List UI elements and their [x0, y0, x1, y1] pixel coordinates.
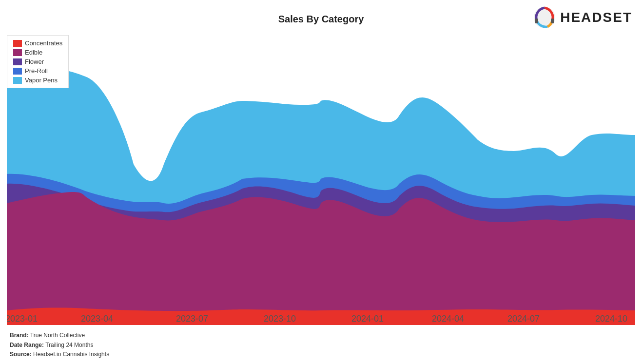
x-label-4: 2024-01	[351, 314, 384, 324]
footer-brand-value: True North Collective	[30, 332, 85, 339]
headset-logo-icon	[533, 6, 556, 29]
x-label-7: 2024-10	[595, 314, 627, 324]
chart-area: 2023-01 2023-04 2023-07 2023-10 2024-01 …	[7, 29, 635, 325]
footer-source: Source: Headset.io Cannabis Insights	[10, 350, 109, 359]
logo-text: HEADSET	[560, 10, 632, 25]
legend-label-flower: Flower	[25, 58, 44, 65]
chart-title: Sales By Category	[278, 14, 364, 25]
footer-brand: Brand: True North Collective	[10, 331, 109, 340]
x-label-6: 2024-07	[507, 314, 540, 324]
footer-brand-label: Brand:	[10, 332, 29, 339]
footer-source-label: Source:	[10, 351, 32, 358]
legend-item-concentrates: Concentrates	[13, 39, 62, 47]
legend-swatch-vapor	[13, 77, 22, 84]
legend-item-vapor: Vapor Pens	[13, 77, 62, 84]
logo-area: HEADSET	[533, 6, 632, 29]
legend-swatch-edible	[13, 49, 22, 56]
chart-svg: 2023-01 2023-04 2023-07 2023-10 2024-01 …	[7, 29, 635, 325]
svg-rect-2	[551, 19, 554, 23]
legend-item-preroll: Pre-Roll	[13, 67, 62, 75]
legend-item-flower: Flower	[13, 58, 62, 65]
legend-swatch-concentrates	[13, 40, 22, 47]
legend-item-edible: Edible	[13, 49, 62, 56]
x-label-2: 2023-07	[176, 314, 208, 324]
footer-date-range: Date Range: Trailing 24 Months	[10, 341, 109, 350]
x-label-1: 2023-04	[81, 314, 113, 324]
legend: Concentrates Edible Flower Pre-Roll Vapo…	[7, 35, 69, 88]
footer-info: Brand: True North Collective Date Range:…	[10, 331, 109, 359]
page-container: HEADSET Sales By Category Concentrates E…	[0, 0, 642, 364]
x-label-5: 2024-04	[432, 314, 464, 324]
footer-date-range-value: Trailing 24 Months	[45, 342, 93, 348]
legend-label-preroll: Pre-Roll	[25, 67, 48, 75]
legend-label-edible: Edible	[25, 49, 42, 56]
x-label-0: 2023-01	[7, 314, 38, 324]
legend-swatch-preroll	[13, 68, 22, 75]
x-label-3: 2023-10	[264, 314, 296, 324]
footer-source-value: Headset.io Cannabis Insights	[33, 351, 109, 358]
legend-swatch-flower	[13, 58, 22, 65]
svg-rect-1	[535, 19, 538, 23]
footer-date-range-label: Date Range:	[10, 342, 44, 348]
legend-label-vapor: Vapor Pens	[25, 77, 58, 84]
legend-label-concentrates: Concentrates	[25, 39, 62, 47]
